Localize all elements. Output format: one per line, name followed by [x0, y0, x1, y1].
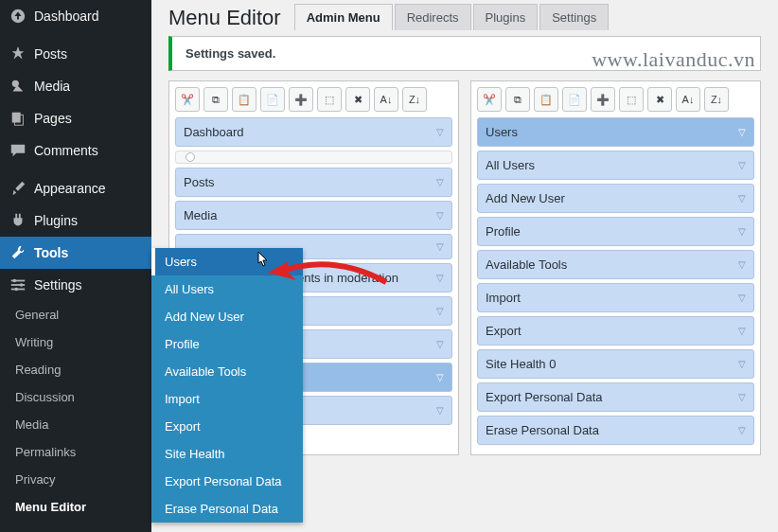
paste-button[interactable]: 📋 — [534, 87, 558, 112]
sub-discussion[interactable]: Discussion — [0, 383, 151, 411]
sub-privacy[interactable]: Privacy — [0, 466, 151, 493]
sub-general[interactable]: General — [0, 301, 151, 328]
chevron-down-icon: ▽ — [436, 339, 444, 349]
submenu-item-export-personal[interactable]: Export Personal Data▽ — [477, 382, 754, 412]
menu-item-media[interactable]: Media▽ — [175, 201, 452, 230]
flyout-import[interactable]: Import — [151, 385, 303, 413]
flyout-erase-personal[interactable]: Erase Personal Data — [151, 495, 303, 523]
chevron-down-icon: ▽ — [738, 293, 746, 303]
chevron-down-icon: ▽ — [738, 326, 746, 336]
sidebar-item-appearance[interactable]: Appearance — [0, 172, 151, 204]
label: Media — [34, 79, 70, 94]
sub-permalinks[interactable]: Permalinks — [0, 438, 151, 466]
chevron-down-icon: ▽ — [436, 273, 444, 283]
tab-settings[interactable]: Settings — [539, 4, 609, 30]
sidebar-item-settings[interactable]: Settings — [0, 269, 151, 301]
add-button[interactable]: ➕ — [591, 87, 615, 112]
submenu-item-site-health[interactable]: Site Health 0▽ — [477, 349, 754, 379]
new-button[interactable]: 📄 — [562, 87, 587, 112]
hide-button[interactable]: ⬚ — [317, 87, 342, 112]
label: Appearance — [34, 181, 106, 196]
chevron-down-icon: ▽ — [436, 127, 444, 137]
submenu-item-profile[interactable]: Profile▽ — [477, 217, 754, 246]
submenu-item-available-tools[interactable]: Available Tools▽ — [477, 250, 754, 279]
menu-separator[interactable] — [175, 151, 452, 164]
tab-plugins[interactable]: Plugins — [473, 4, 539, 30]
menu-item-dashboard[interactable]: Dashboard▽ — [175, 117, 452, 147]
flyout-all-users[interactable]: All Users — [151, 275, 303, 303]
submenu-item-users[interactable]: Users▽ — [477, 117, 754, 147]
sub-writing[interactable]: Writing — [0, 328, 151, 356]
left-toolbar: ✂️ ⧉ 📋 📄 ➕ ⬚ ✖ A↓ Z↓ — [175, 87, 452, 112]
new-button[interactable]: 📄 — [260, 87, 285, 112]
right-menu-panel: ✂️ ⧉ 📋 📄 ➕ ⬚ ✖ A↓ Z↓ Users▽ All Users▽ A… — [470, 80, 761, 455]
delete-button[interactable]: ✖ — [647, 87, 672, 112]
sub-menu-editor[interactable]: Menu Editor — [0, 493, 151, 521]
sidebar-item-pages[interactable]: Pages — [0, 102, 151, 134]
chevron-down-icon: ▽ — [738, 259, 746, 270]
sort-az-button[interactable]: A↓ — [374, 87, 398, 112]
chevron-down-icon: ▽ — [738, 359, 746, 369]
tab-admin-menu[interactable]: Admin Menu — [294, 4, 393, 30]
brush-icon — [9, 180, 27, 197]
sort-za-button[interactable]: Z↓ — [704, 87, 729, 112]
chevron-down-icon: ▽ — [436, 372, 444, 382]
wrench-icon — [9, 244, 27, 261]
submenu-item-import[interactable]: Import▽ — [477, 283, 754, 312]
sub-reading[interactable]: Reading — [0, 356, 151, 383]
label: Settings — [34, 277, 82, 293]
chevron-down-icon: ▽ — [738, 392, 746, 402]
add-button[interactable]: ➕ — [289, 87, 313, 112]
chevron-down-icon: ▽ — [738, 160, 746, 170]
sidebar-item-comments[interactable]: Comments — [0, 134, 151, 167]
page-header: Menu Editor Admin Menu Redirects Plugins… — [168, 4, 761, 30]
flyout-profile[interactable]: Profile — [151, 330, 303, 358]
tab-bar: Admin Menu Redirects Plugins Settings — [294, 4, 611, 30]
menu-item-posts[interactable]: Posts▽ — [175, 168, 452, 197]
delete-button[interactable]: ✖ — [345, 87, 370, 112]
pin-icon — [9, 45, 27, 62]
tools-flyout-menu: Users All Users Add New User Profile Ava… — [151, 248, 303, 523]
hide-button[interactable]: ⬚ — [619, 87, 644, 112]
flyout-add-new-user[interactable]: Add New User — [151, 303, 303, 330]
sidebar-item-posts[interactable]: Posts — [0, 38, 151, 70]
sub-media[interactable]: Media — [0, 411, 151, 438]
chevron-down-icon: ▽ — [436, 241, 444, 252]
flyout-site-health[interactable]: Site Health — [151, 440, 303, 468]
sidebar-item-plugins[interactable]: Plugins — [0, 204, 151, 237]
chevron-down-icon: ▽ — [738, 226, 746, 237]
svg-point-6 — [13, 279, 17, 283]
sidebar-item-dashboard[interactable]: Dashboard — [0, 0, 151, 32]
label: Comments — [34, 143, 98, 158]
flyout-users[interactable]: Users — [151, 248, 303, 275]
submenu-item-export[interactable]: Export▽ — [477, 316, 754, 346]
submenu-item-all-users[interactable]: All Users▽ — [477, 151, 754, 180]
label: Pages — [34, 111, 72, 126]
right-toolbar: ✂️ ⧉ 📋 📄 ➕ ⬚ ✖ A↓ Z↓ — [477, 87, 754, 112]
submenu-item-add-new-user[interactable]: Add New User▽ — [477, 184, 754, 213]
copy-button[interactable]: ⧉ — [505, 87, 530, 112]
cut-button[interactable]: ✂️ — [477, 87, 502, 112]
media-icon — [9, 78, 27, 95]
flyout-export-personal[interactable]: Export Personal Data — [151, 468, 303, 495]
label: Plugins — [34, 213, 78, 228]
paste-button[interactable]: 📋 — [232, 87, 256, 112]
sidebar-item-media[interactable]: Media — [0, 70, 151, 102]
copy-button[interactable]: ⧉ — [203, 87, 228, 112]
sort-az-button[interactable]: A↓ — [676, 87, 700, 112]
chevron-down-icon: ▽ — [436, 177, 444, 187]
submenu-item-erase-personal[interactable]: Erase Personal Data▽ — [477, 416, 754, 445]
svg-point-8 — [14, 288, 18, 292]
sidebar-item-tools[interactable]: Tools — [0, 237, 151, 269]
label: Posts — [34, 46, 67, 62]
cut-button[interactable]: ✂️ — [175, 87, 200, 112]
flyout-export[interactable]: Export — [151, 413, 303, 440]
plug-icon — [9, 212, 27, 229]
tab-redirects[interactable]: Redirects — [395, 4, 471, 30]
chevron-down-icon: ▽ — [436, 306, 444, 316]
svg-rect-1 — [12, 113, 21, 123]
sort-za-button[interactable]: Z↓ — [402, 87, 427, 112]
flyout-available-tools[interactable]: Available Tools — [151, 358, 303, 385]
chevron-down-icon: ▽ — [738, 193, 746, 204]
chevron-down-icon: ▽ — [738, 425, 746, 435]
